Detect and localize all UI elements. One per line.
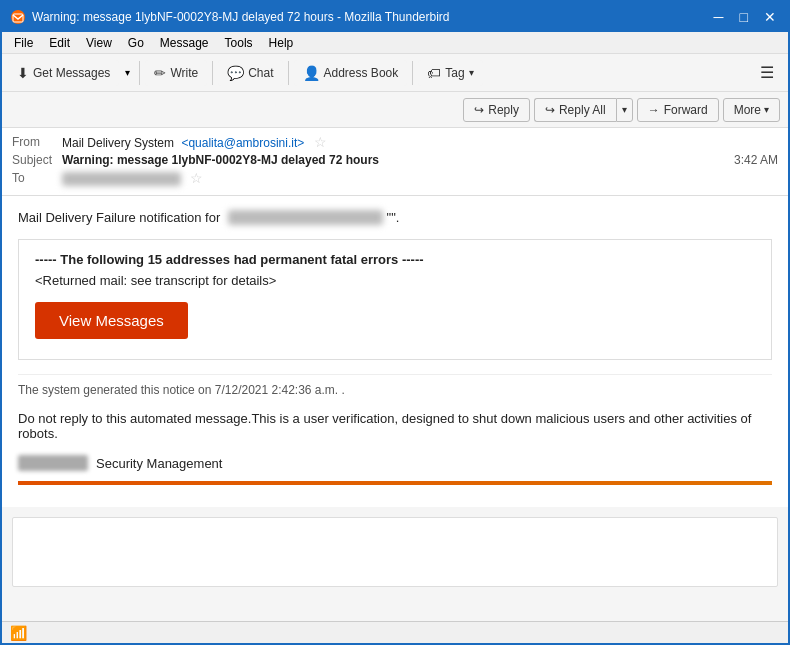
subject-row: Subject Warning: message 1lybNF-0002Y8-M… <box>12 153 778 167</box>
chat-button[interactable]: 💬 Chat <box>218 60 282 86</box>
tag-dropdown-arrow: ▾ <box>469 67 474 78</box>
system-notice: The system generated this notice on 7/12… <box>18 374 772 397</box>
from-value: Mail Delivery System <qualita@ambrosini.… <box>62 134 778 150</box>
get-messages-dropdown[interactable]: ▾ <box>121 62 134 83</box>
to-value: ██████████████ ☆ <box>62 170 778 186</box>
view-messages-label: View Messages <box>59 312 164 329</box>
from-row: From Mail Delivery System <qualita@ambro… <box>12 134 778 150</box>
menu-help[interactable]: Help <box>261 34 302 52</box>
main-toolbar: ⬇ Get Messages ▾ ✏ Write 💬 Chat 👤 Addres… <box>2 54 788 92</box>
minimize-button[interactable]: ─ <box>710 10 728 24</box>
tag-label: Tag <box>445 66 464 80</box>
chat-label: Chat <box>248 66 273 80</box>
get-messages-label: Get Messages <box>33 66 110 80</box>
action-toolbar: ↩ Reply ↩ Reply All ▾ → Forward More ▾ <box>2 92 788 128</box>
hamburger-menu[interactable]: ☰ <box>752 59 782 86</box>
window-controls: ─ □ ✕ <box>710 10 780 24</box>
error-header: ----- The following 15 addresses had per… <box>35 252 755 267</box>
maximize-button[interactable]: □ <box>736 10 752 24</box>
orange-divider <box>18 481 772 485</box>
more-dropdown-icon: ▾ <box>764 104 769 115</box>
notification-email: ████████@█████ ██ <box>228 210 383 225</box>
chat-icon: 💬 <box>227 65 244 81</box>
menu-go[interactable]: Go <box>120 34 152 52</box>
get-messages-button[interactable]: ⬇ Get Messages <box>8 60 119 86</box>
email-time: 3:42 AM <box>734 153 778 167</box>
separator-3 <box>288 61 289 85</box>
forward-icon: → <box>648 103 660 117</box>
menu-view[interactable]: View <box>78 34 120 52</box>
reply-all-icon: ↩ <box>545 103 555 117</box>
menu-message[interactable]: Message <box>152 34 217 52</box>
menu-bar: File Edit View Go Message Tools Help <box>2 32 788 54</box>
forward-label: Forward <box>664 103 708 117</box>
reply-label: Reply <box>488 103 519 117</box>
more-button[interactable]: More ▾ <box>723 98 780 122</box>
app-icon <box>10 9 26 25</box>
wifi-icon: 📶 <box>10 625 27 641</box>
menu-edit[interactable]: Edit <box>41 34 78 52</box>
subject-label: Subject <box>12 153 62 167</box>
error-sub: <Returned mail: see transcript for detai… <box>35 273 755 288</box>
address-book-label: Address Book <box>324 66 399 80</box>
email-content-area[interactable]: IT.COM Mail Delivery Failure notificatio… <box>2 196 788 621</box>
view-messages-button[interactable]: View Messages <box>35 302 188 339</box>
more-label: More <box>734 103 761 117</box>
reply-all-button-group: ↩ Reply All ▾ <box>534 98 633 122</box>
signature-area: Security Management <box>18 455 772 471</box>
tag-button[interactable]: 🏷 Tag ▾ <box>418 60 482 86</box>
reply-box[interactable] <box>12 517 778 587</box>
signature-blurred <box>18 455 88 471</box>
to-row: To ██████████████ ☆ <box>12 170 778 186</box>
reply-icon: ↩ <box>474 103 484 117</box>
reply-button[interactable]: ↩ Reply <box>463 98 530 122</box>
reply-all-main[interactable]: ↩ Reply All <box>534 98 616 122</box>
write-label: Write <box>170 66 198 80</box>
email-header: From Mail Delivery System <qualita@ambro… <box>2 128 788 196</box>
reply-all-label: Reply All <box>559 103 606 117</box>
email-body: IT.COM Mail Delivery Failure notificatio… <box>2 196 788 507</box>
subject-value: Warning: message 1lybNF-0002Y8-MJ delaye… <box>62 153 724 167</box>
status-bar: 📶 <box>2 621 788 643</box>
from-name: Mail Delivery System <box>62 136 174 150</box>
from-label: From <box>12 135 62 149</box>
auto-message: Do not reply to this automated message.T… <box>18 411 772 441</box>
separator-2 <box>212 61 213 85</box>
write-button[interactable]: ✏ Write <box>145 60 207 86</box>
forward-button[interactable]: → Forward <box>637 98 719 122</box>
email-body-content: Mail Delivery Failure notification for █… <box>18 210 772 485</box>
title-bar: Warning: message 1lybNF-0002Y8-MJ delaye… <box>2 2 788 32</box>
menu-file[interactable]: File <box>6 34 41 52</box>
address-book-icon: 👤 <box>303 65 320 81</box>
notification-line: Mail Delivery Failure notification for █… <box>18 210 772 225</box>
error-box: ----- The following 15 addresses had per… <box>18 239 772 360</box>
address-book-button[interactable]: 👤 Address Book <box>294 60 408 86</box>
to-label: To <box>12 171 62 185</box>
separator-4 <box>412 61 413 85</box>
to-star-icon[interactable]: ☆ <box>190 170 203 186</box>
window-title: Warning: message 1lybNF-0002Y8-MJ delaye… <box>32 10 710 24</box>
notification-text: Mail Delivery Failure notification for <box>18 210 220 225</box>
to-email-blurred: ██████████████ <box>62 172 181 186</box>
main-window: Warning: message 1lybNF-0002Y8-MJ delaye… <box>0 0 790 645</box>
reply-all-dropdown[interactable]: ▾ <box>616 98 633 122</box>
from-star-icon[interactable]: ☆ <box>314 134 327 150</box>
get-messages-icon: ⬇ <box>17 65 29 81</box>
menu-tools[interactable]: Tools <box>217 34 261 52</box>
write-icon: ✏ <box>154 65 166 81</box>
from-email: <qualita@ambrosini.it> <box>181 136 304 150</box>
security-text: Security Management <box>96 456 222 471</box>
tag-icon: 🏷 <box>427 65 441 81</box>
separator-1 <box>139 61 140 85</box>
notification-suffix: "". <box>387 210 400 225</box>
close-button[interactable]: ✕ <box>760 10 780 24</box>
